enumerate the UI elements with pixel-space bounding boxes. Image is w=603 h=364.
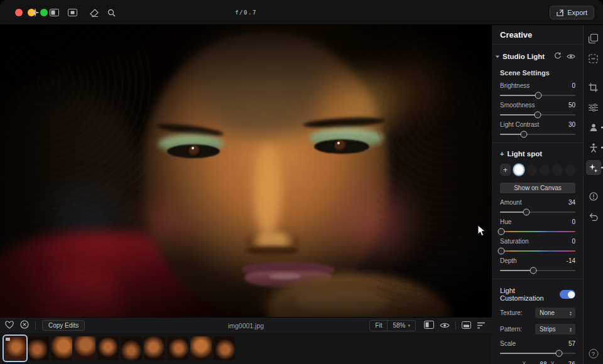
light-spot-slot[interactable] — [527, 164, 537, 176]
filmstrip — [0, 333, 492, 364]
filmstrip-thumbnail[interactable] — [97, 336, 119, 360]
slider-thumb[interactable] — [535, 112, 541, 119]
slider-label: Light Contrast — [500, 121, 539, 128]
slider-thumb[interactable] — [523, 209, 530, 216]
rail-creative-button[interactable] — [586, 160, 601, 175]
slider-track[interactable] — [500, 114, 575, 115]
sort-lines-icon — [477, 322, 486, 329]
filmstrip-thumbnail[interactable] — [74, 336, 95, 360]
sort-button[interactable] — [477, 320, 486, 331]
preview-toggle-button[interactable] — [440, 320, 450, 331]
slider-value: -14 — [567, 257, 575, 264]
slider-label: Amount — [500, 199, 521, 206]
light-spot-active[interactable] — [513, 164, 524, 176]
light-spot-header[interactable]: Light spot — [507, 150, 542, 158]
slider-label: Brightness — [500, 82, 530, 89]
rail-extensions-button[interactable] — [586, 51, 601, 66]
slider-light-contrast: Light Contrast30 — [500, 121, 575, 135]
caret-down-icon: ▾ — [408, 323, 410, 328]
filmstrip-thumbnail[interactable] — [28, 336, 49, 360]
slider-track[interactable] — [500, 211, 575, 213]
reject-button[interactable] — [20, 320, 29, 331]
rail-portrait-button[interactable] — [586, 120, 601, 135]
export-label: Export — [567, 9, 587, 16]
fit-button[interactable]: Fit — [370, 321, 387, 331]
light-spot-slot[interactable] — [552, 164, 562, 176]
disclosure-triangle-icon[interactable] — [496, 55, 499, 58]
texture-dropdown[interactable]: None ▲▼ — [535, 308, 575, 318]
light-spot-selector: + — [500, 164, 575, 176]
filmstrip-thumbnail[interactable] — [4, 336, 26, 360]
slider-track[interactable] — [500, 231, 575, 232]
bottom-toolbar: img0001.jpg Copy Edits Fit 58% — [0, 317, 492, 333]
rail-undo-button[interactable] — [586, 209, 601, 224]
panel-visibility-button[interactable] — [567, 51, 575, 62]
rail-body-button[interactable] — [586, 140, 601, 155]
slider-value: 50 — [568, 102, 575, 109]
light-spot-slot[interactable] — [565, 164, 575, 176]
slider-thumb[interactable] — [521, 131, 528, 138]
slider-value: 0 — [572, 218, 575, 225]
section-divider — [492, 142, 583, 143]
position-y-label: Y : — [551, 360, 561, 364]
export-button[interactable]: Export — [550, 6, 594, 19]
layers-icon — [589, 34, 598, 43]
rail-crop-button[interactable] — [586, 80, 601, 95]
slider-thumb[interactable] — [530, 267, 536, 274]
light-spot-sliders: Amount34Hue0Saturation0Depth-14 — [500, 199, 575, 271]
aperture-readout: f/0.7 — [0, 0, 492, 25]
photo-canvas[interactable] — [0, 25, 492, 317]
slider-track[interactable] — [500, 134, 575, 135]
filmstrip-thumbnail[interactable] — [51, 336, 72, 360]
slider-track[interactable] — [500, 353, 575, 354]
filmstrip-thumbnail[interactable] — [190, 336, 212, 360]
stepper-chevrons-icon: ▲▼ — [569, 311, 572, 316]
slider-value: 34 — [568, 199, 575, 206]
rail-catalog-button[interactable] — [586, 31, 601, 46]
zoom-level-dropdown[interactable]: 58% ▾ — [387, 321, 415, 331]
stepper-chevrons-icon: ▲▼ — [569, 327, 572, 332]
filmstrip-thumbnail[interactable] — [144, 336, 165, 360]
slider-value: 30 — [568, 121, 575, 128]
filmstrip-thumbnail[interactable] — [167, 336, 188, 360]
slider-track[interactable] — [500, 270, 575, 271]
add-light-spot-button[interactable]: + — [500, 164, 511, 176]
plus-icon: + — [500, 150, 504, 158]
slider-thumb[interactable] — [498, 248, 505, 255]
app-window: ▾ — [0, 0, 603, 364]
filmstrip-toggle-button[interactable] — [462, 320, 471, 331]
section-divider — [492, 279, 583, 279]
texture-label: Texture: — [500, 309, 523, 316]
slider-thumb[interactable] — [498, 228, 505, 235]
filmstrip-icon — [462, 321, 471, 329]
light-spot-slot[interactable] — [540, 164, 550, 176]
filmstrip-thumbnail[interactable] — [214, 336, 235, 360]
reset-panel-button[interactable] — [554, 51, 562, 62]
info-icon — [589, 192, 598, 201]
reset-icon — [554, 52, 562, 60]
slider-thumb[interactable] — [555, 350, 562, 357]
help-button[interactable]: ? — [589, 349, 598, 358]
edited-indicator-dot — [601, 147, 603, 149]
show-on-canvas-button[interactable]: Show on Canvas — [500, 183, 575, 193]
mouse-cursor — [477, 225, 487, 237]
filmstrip-thumbnail[interactable] — [121, 336, 142, 360]
copy-edits-button[interactable]: Copy Edits — [42, 320, 85, 331]
rail-info-button[interactable] — [586, 189, 601, 204]
edited-indicator-dot — [601, 167, 603, 169]
pattern-dropdown[interactable]: Strips ▲▼ — [535, 324, 575, 335]
scene-sliders: Brightness0Smoothness50Light Contrast30 — [500, 82, 575, 135]
slider-label: Saturation — [500, 238, 529, 245]
light-customization-label: Light Customization — [500, 287, 560, 302]
favorite-button[interactable] — [5, 320, 14, 331]
rail-develop-button[interactable] — [586, 100, 601, 115]
compare-button[interactable] — [424, 320, 434, 331]
slider-thumb[interactable] — [535, 92, 542, 99]
slider-value: 0 — [572, 82, 575, 89]
panel-title[interactable]: Studio Light — [503, 53, 554, 60]
slider-label: Smoothness — [500, 102, 535, 109]
light-customization-toggle[interactable] — [560, 290, 575, 299]
slider-track[interactable] — [500, 95, 575, 96]
slider-track[interactable] — [500, 250, 575, 252]
slider-brightness: Brightness0 — [500, 82, 575, 96]
